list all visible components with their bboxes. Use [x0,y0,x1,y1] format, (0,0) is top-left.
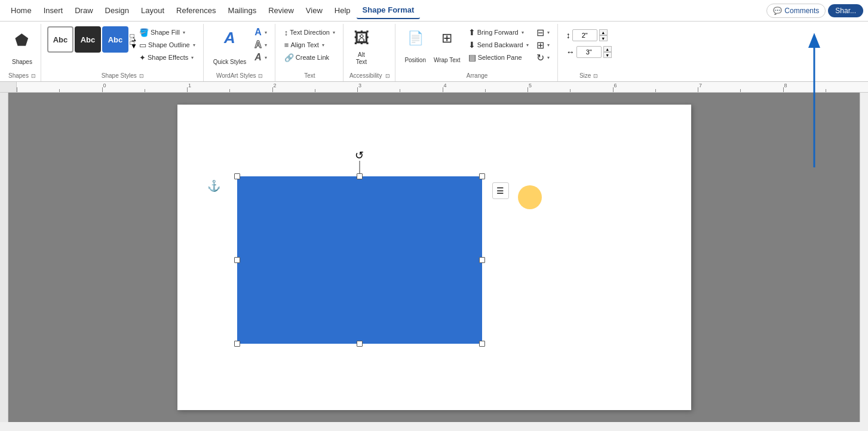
text-fill-button[interactable]: A ▾ [251,26,270,38]
rotate-handle[interactable]: ↺ [354,149,366,161]
height-down[interactable]: ▼ [599,35,608,41]
shape-fill-icon: 🪣 [139,28,149,37]
bring-forward-button[interactable]: ⬆ Bring Forward ▾ [465,26,532,38]
shape-ops: 🪣 Shape Fill ▾ ▭ Shape Outline ▾ ✦ Shape… [136,26,198,63]
shape-styles-group-label: Shape Styles ⊡ [47,71,198,81]
send-backward-caret: ▾ [526,42,529,48]
size-expand-icon[interactable]: ⊡ [593,73,598,79]
width-down[interactable]: ▼ [603,52,612,58]
share-button[interactable]: Shar... [828,4,863,17]
shape-effects-caret: ▾ [191,55,194,60]
scroll-down[interactable]: ▼ [130,41,134,45]
send-backward-button[interactable]: ⬇ Send Backward ▾ [465,39,532,51]
selection-pane-button[interactable]: ▤ Selection Pane [465,51,532,63]
menu-references[interactable]: References [170,2,222,19]
ribbon-row: ⬟ Shapes Shapes ⊡ Abc Abc [0,22,868,81]
menu-layout[interactable]: Layout [135,2,170,19]
menu-insert[interactable]: Insert [38,2,69,19]
shape-fill-button[interactable]: 🪣 Shape Fill ▾ [136,26,198,38]
shape-outline-icon: ▭ [139,41,146,50]
alt-text-button[interactable]: 🖼 AltText [349,26,373,68]
text-direction-label: Text Direction [290,29,330,36]
share-label: Shar... [835,7,856,15]
handle-bottom-left[interactable] [234,341,240,347]
align-button[interactable]: ⊟ ▾ [533,26,553,38]
handle-middle-left[interactable] [234,257,240,263]
bring-forward-caret: ▾ [522,30,524,35]
comments-button[interactable]: 💬 Comments [766,4,826,18]
shape-styles-expand-icon[interactable]: ⊡ [139,73,144,79]
align-text-button[interactable]: ≡ Align Text ▾ [281,39,338,51]
swatch-outlined[interactable]: Abc [47,26,73,53]
text-direction-button[interactable]: ↕ Text Direction ▾ [281,26,338,38]
text-group-label: Text [281,71,338,81]
scroll-up[interactable]: ▲ [130,34,134,38]
height-field: ↕ ▲ ▼ [564,29,614,42]
shape-outline-button[interactable]: ▭ Shape Outline ▾ [136,39,198,51]
handle-top-left[interactable] [234,173,240,179]
group-button[interactable]: ⊞ ▾ [533,39,553,51]
page-area: ⚓ ↺ ☰ [8,93,860,422]
quick-styles-button[interactable]: A Quick Styles [210,26,250,68]
shape-effects-label: Shape Effects [148,54,188,61]
right-scrollbar[interactable] [860,93,868,422]
shape-wrapper[interactable]: ⚓ ↺ ☰ [237,176,482,344]
text-outline-caret: ▾ [265,42,267,48]
shapes-group-label: Shapes ⊡ [8,71,36,81]
menu-design[interactable]: Design [99,2,135,19]
shapes-button[interactable]: ⬟ Shapes [8,26,36,68]
quick-styles-icon: A [224,29,235,47]
width-input[interactable] [576,46,602,58]
align-text-caret: ▾ [322,42,324,48]
create-link-button[interactable]: 🔗 Create Link [281,51,338,63]
height-input[interactable] [572,29,597,41]
menu-home[interactable]: Home [5,2,38,19]
text-outline-button[interactable]: A ▾ [251,39,270,51]
swatches-row: Abc Abc Abc ▲ ▼ [47,26,134,53]
group-icon: ⊞ [536,39,544,51]
handle-bottom-center[interactable] [357,341,363,347]
rotate-button[interactable]: ↻ ▾ [533,51,553,63]
text-effects-button[interactable]: A ▾ [251,51,270,63]
handle-top-right[interactable] [479,173,485,179]
accessibility-expand[interactable]: ⊡ [385,73,390,79]
text-direction-icon: ↕ [284,28,289,37]
shapes-label: Shapes [12,59,32,66]
swatch-scroll[interactable]: ▲ ▼ [130,34,134,45]
arrange-body: 📄 Position ⊞ Wrap Text ⬆ Bring Forward ▾ [401,24,552,71]
swatch-blue[interactable]: Abc [102,26,128,53]
cursor-highlight [518,185,542,209]
height-up[interactable]: ▲ [599,29,608,35]
position-button[interactable]: 📄 Position [401,26,429,66]
bring-forward-label: Bring Forward [477,29,519,36]
wrap-text-button[interactable]: ⊞ Wrap Text [431,26,464,66]
wordart-expand-icon[interactable]: ⊡ [258,73,263,79]
text-fill-icon: A [254,27,262,38]
swatch-dark[interactable]: Abc [75,26,101,53]
shapes-expand-icon[interactable]: ⊡ [31,73,36,79]
menu-view[interactable]: View [300,2,329,19]
width-up[interactable]: ▲ [603,46,612,52]
ruler-container: 0123456789 [0,82,868,93]
selection-pane-icon: ▤ [468,53,476,62]
shape-fill-caret: ▾ [183,30,185,35]
align-text-label: Align Text [290,41,319,48]
handle-middle-right[interactable] [479,257,485,263]
menu-shape-format[interactable]: Shape Format [357,2,421,19]
menu-draw[interactable]: Draw [69,2,99,19]
handle-bottom-right[interactable] [479,341,485,347]
layout-options-popup[interactable]: ☰ [492,182,509,199]
layout-options-icon: ☰ [496,186,504,195]
menu-review[interactable]: Review [262,2,300,19]
comments-label: Comments [784,7,819,15]
menu-help[interactable]: Help [329,2,357,19]
shapes-group: ⬟ Shapes Shapes ⊡ [4,24,41,81]
menu-mailings[interactable]: Mailings [222,2,263,19]
shape-effects-button[interactable]: ✦ Shape Effects ▾ [136,51,198,63]
text-fill-caret: ▾ [265,30,267,35]
handle-top-center[interactable] [357,173,363,179]
anchor-icon: ⚓ [207,179,220,192]
ribbon: ⬟ Shapes Shapes ⊡ Abc Abc [0,22,868,82]
blue-rectangle[interactable]: ☰ [237,176,482,344]
wordart-body: A Quick Styles A ▾ A ▾ A ▾ [210,24,270,71]
